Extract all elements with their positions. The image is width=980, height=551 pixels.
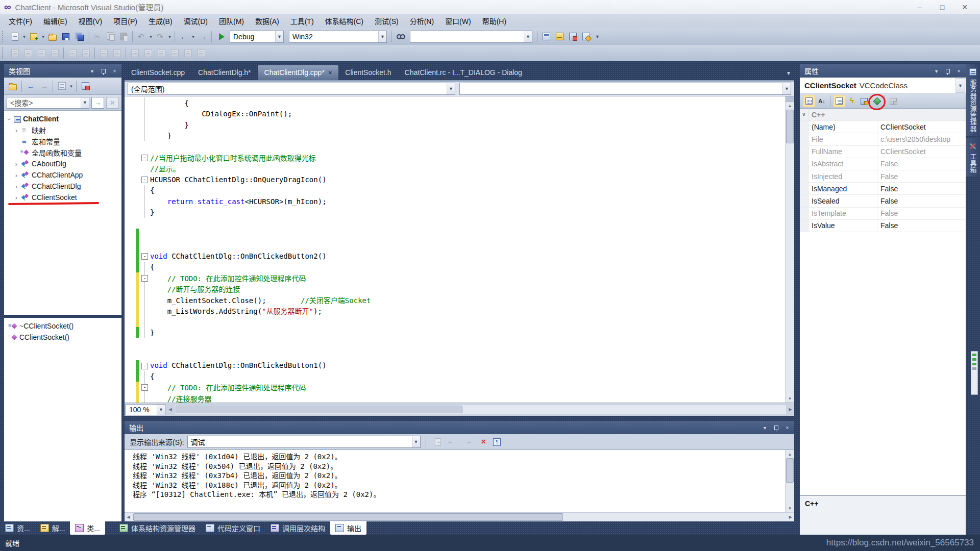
toolbar-grip[interactable] <box>2 31 6 42</box>
tree-item-全局函数和变量[interactable]: 全局函数和变量 <box>4 147 121 158</box>
member-item[interactable]: ~CClientSocket() <box>4 320 121 332</box>
breakpoint-margin[interactable] <box>125 360 136 371</box>
collapse-region-icon[interactable]: - <box>141 177 148 183</box>
toolbar-options-dropdown-icon[interactable]: ▼ <box>595 34 600 39</box>
view-class-diagram-icon[interactable] <box>79 80 91 92</box>
breakpoint-margin[interactable] <box>125 185 136 196</box>
breakpoint-margin[interactable] <box>125 196 136 207</box>
breakpoint-margin[interactable] <box>125 251 136 261</box>
properties-icon[interactable] <box>833 95 845 107</box>
panel-tab-output[interactable]: 输出 <box>330 521 366 535</box>
add-item-dropdown-icon[interactable]: ▾ <box>40 34 46 39</box>
breakpoint-margin[interactable] <box>125 349 136 360</box>
class-view-settings-icon[interactable] <box>56 80 68 92</box>
window-position-dropdown-icon[interactable]: ▾ <box>933 67 940 75</box>
document-tab-ChatClientDlg.h*[interactable]: ChatClientDlg.h* <box>191 65 258 80</box>
outlining-margin[interactable]: - <box>139 272 150 283</box>
property-row-FullName[interactable]: FullNameCClientSocket <box>800 146 966 158</box>
minimize-button[interactable]: – <box>909 1 931 13</box>
collapse-region-icon[interactable]: - <box>141 384 148 391</box>
chevron-down-icon[interactable]: ▼ <box>524 31 532 42</box>
member-item[interactable]: CClientSocket() <box>4 332 121 343</box>
navigate-backward-icon[interactable] <box>178 31 190 43</box>
new-file-dropdown-icon[interactable]: ▾ <box>21 34 27 39</box>
panel-tab-code-definition-window[interactable]: 代码定义窗口 <box>201 521 265 535</box>
scroll-up-icon[interactable]: ▲ <box>786 450 794 458</box>
tree-chevron-icon[interactable]: › <box>12 127 20 134</box>
breakpoint-margin[interactable] <box>125 305 136 316</box>
events-icon[interactable] <box>846 95 857 107</box>
menu-item-项目(P)[interactable]: 项目(P) <box>108 14 143 28</box>
tree-chevron-icon[interactable]: › <box>12 160 20 168</box>
solution-configuration-combo[interactable]: Debug ▼ <box>230 31 284 43</box>
menu-item-数据(A)[interactable]: 数据(A) <box>250 14 285 28</box>
property-row-IsValue[interactable]: IsValueFalse <box>800 220 966 232</box>
scroll-right-icon[interactable]: ▶ <box>787 406 794 414</box>
breakpoint-margin[interactable] <box>125 119 136 130</box>
menu-item-体系结构(C)[interactable]: 体系结构(C) <box>320 14 369 28</box>
panel-tab-solution-explorer[interactable]: 解... <box>35 521 70 535</box>
navigate-backward-dropdown-icon[interactable]: ▾ <box>190 34 196 39</box>
collapse-region-icon[interactable]: - <box>141 363 148 369</box>
breakpoint-margin[interactable] <box>125 207 136 217</box>
breakpoint-margin[interactable] <box>125 327 136 338</box>
tree-item-ChatClient[interactable]: ›ChatClient <box>4 113 121 124</box>
close-icon[interactable]: × <box>783 424 791 432</box>
menu-item-窗口(W)[interactable]: 窗口(W) <box>439 14 477 28</box>
open-file-icon[interactable] <box>46 31 59 43</box>
breakpoint-margin[interactable] <box>125 262 136 272</box>
panel-tab-resource-view[interactable]: 资... <box>0 521 35 535</box>
start-debugging-icon[interactable] <box>214 31 227 43</box>
document-tab-ClientSocket.h[interactable]: ClientSocket.h <box>338 65 398 80</box>
property-row-IsSealed[interactable]: IsSealedFalse <box>800 195 966 207</box>
output-content[interactable]: 线程 'Win32 线程' (0x1d04) 已退出，返回值为 2 (0x2)。… <box>125 450 794 512</box>
breakpoint-margin[interactable] <box>125 141 136 152</box>
breakpoint-margin[interactable] <box>125 152 136 163</box>
find-combo[interactable]: ▼ <box>410 31 532 43</box>
collapse-region-icon[interactable]: - <box>141 275 148 282</box>
document-tab-ClientSocket.cpp[interactable]: ClientSocket.cpp <box>125 65 191 80</box>
property-row-IsTemplate[interactable]: IsTemplateFalse <box>800 208 966 220</box>
panel-tab-class-view[interactable]: 类... <box>70 521 105 535</box>
close-icon[interactable]: × <box>111 67 118 75</box>
properties-window-icon[interactable] <box>553 31 566 43</box>
breakpoint-margin[interactable] <box>125 163 136 174</box>
menu-item-编辑(E)[interactable]: 编辑(E) <box>38 14 73 28</box>
breakpoint-margin[interactable] <box>125 371 136 382</box>
chevron-down-icon[interactable]: ▼ <box>955 78 965 93</box>
scroll-left-icon[interactable]: ◀ <box>166 406 174 414</box>
window-position-dropdown-icon[interactable]: ▾ <box>761 424 769 432</box>
toggle-word-wrap-icon[interactable] <box>491 436 503 448</box>
scope-combo[interactable]: (全局范围) ▼ <box>128 83 455 95</box>
menu-item-分析(N)[interactable]: 分析(N) <box>404 14 439 28</box>
close-button[interactable]: ✕ <box>953 1 976 13</box>
pin-icon[interactable] <box>944 67 951 75</box>
scroll-down-icon[interactable]: ▼ <box>786 394 794 403</box>
breakpoint-margin[interactable] <box>125 240 136 251</box>
chevron-down-icon[interactable]: ▼ <box>782 83 791 94</box>
breakpoint-margin[interactable] <box>125 130 136 141</box>
close-tab-icon[interactable]: × <box>329 69 332 76</box>
outlining-margin[interactable]: - <box>139 174 150 185</box>
scroll-right-icon[interactable]: ▶ <box>787 513 794 521</box>
menu-item-团队(M)[interactable]: 团队(M) <box>213 14 250 28</box>
outlining-margin[interactable]: - <box>139 251 150 261</box>
properties-object-combo[interactable]: CClientSocket VCCodeClass ▼ <box>800 78 966 94</box>
object-browser-icon[interactable] <box>567 31 579 43</box>
redo-dropdown-icon[interactable]: ▾ <box>167 34 173 39</box>
add-item-icon[interactable] <box>28 31 40 43</box>
split-handle[interactable] <box>786 96 794 102</box>
menu-item-帮助(H)[interactable]: 帮助(H) <box>477 14 512 28</box>
chevron-down-icon[interactable]: ▼ <box>157 405 165 415</box>
save-icon[interactable] <box>60 31 72 43</box>
categorized-icon[interactable] <box>803 95 815 107</box>
chevron-down-icon[interactable]: ▼ <box>81 97 89 108</box>
new-file-icon[interactable] <box>9 31 21 43</box>
undo-dropdown-icon[interactable]: ▾ <box>148 34 154 39</box>
chevron-down-icon[interactable]: ▼ <box>378 31 386 42</box>
property-row-IsAbstract[interactable]: IsAbstractFalse <box>800 158 966 170</box>
alphabetical-icon[interactable] <box>816 95 827 107</box>
collapse-region-icon[interactable]: - <box>141 155 148 161</box>
menu-item-调试(D)[interactable]: 调试(D) <box>178 14 213 28</box>
panel-tab-architecture-explorer[interactable]: 体系结构资源管理器 <box>114 521 201 535</box>
